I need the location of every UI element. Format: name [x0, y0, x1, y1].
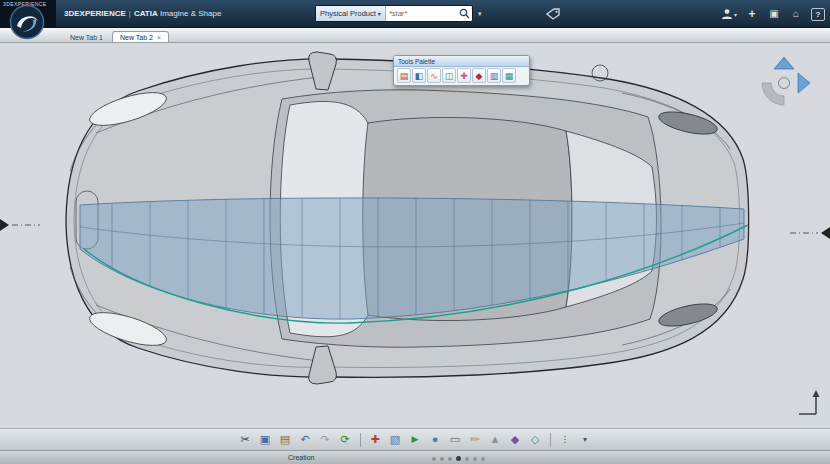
- app-name: CATIA: [134, 9, 158, 18]
- car-model-canvas: [0, 43, 830, 428]
- morph-button[interactable]: ◆: [507, 431, 524, 448]
- search-scope-dropdown[interactable]: Physical Product ▾: [316, 6, 386, 21]
- more-tools-button[interactable]: ⋮: [557, 431, 574, 448]
- brand-divider: |: [129, 9, 131, 18]
- app-title: 3DEXPERIENCE|CATIA Imagine & Shape: [64, 0, 221, 28]
- section-dot[interactable]: [481, 457, 485, 461]
- left-scroll-marker[interactable]: [0, 213, 42, 241]
- face-selection-button[interactable]: ▤: [397, 68, 411, 83]
- chevron-down-icon: ▾: [378, 10, 381, 17]
- erase-button[interactable]: ▥: [487, 68, 501, 83]
- axis-widget[interactable]: [796, 388, 822, 422]
- viewport-3d[interactable]: Tools Palette ▤ ◧ ∿ ◫ ✚ ◆ ▥ ▦: [0, 43, 830, 428]
- search-input[interactable]: *star*: [386, 6, 457, 21]
- tab-bar: New Tab 1 New Tab 2×: [0, 28, 830, 43]
- curve-edit-button[interactable]: ∿: [427, 68, 441, 83]
- search-options-caret[interactable]: ▾: [478, 10, 482, 18]
- direction-arrow-button[interactable]: ▶: [407, 431, 424, 448]
- edge-selection-button[interactable]: ◧: [412, 68, 426, 83]
- brand-name: 3DEXPERIENCE: [64, 9, 126, 18]
- section-label: Creation: [288, 454, 314, 461]
- user-icon: [721, 8, 733, 20]
- undo-button[interactable]: ↶: [297, 431, 314, 448]
- module-name: Imagine & Shape: [160, 9, 221, 18]
- section-dot-active[interactable]: [456, 456, 461, 461]
- tab-new-tab-2[interactable]: New Tab 2×: [112, 31, 169, 42]
- user-menu[interactable]: ▾: [721, 8, 737, 20]
- section-dot[interactable]: [465, 457, 469, 461]
- sphere-button[interactable]: ●: [427, 431, 444, 448]
- home-button[interactable]: ⌂: [789, 7, 803, 21]
- copy-button[interactable]: ▣: [257, 431, 274, 448]
- section-dot[interactable]: [473, 457, 477, 461]
- sketch-plane-button[interactable]: ▭: [447, 431, 464, 448]
- toolbar-separator: [360, 433, 361, 447]
- section-bar: Creation: [0, 450, 830, 464]
- weight-button[interactable]: ◆: [472, 68, 486, 83]
- cone-button[interactable]: ▲: [487, 431, 504, 448]
- sketch-button[interactable]: ✏: [467, 431, 484, 448]
- search-button[interactable]: [457, 6, 472, 21]
- help-button[interactable]: ?: [811, 8, 825, 21]
- right-scroll-marker[interactable]: [788, 221, 830, 249]
- search-scope-label: Physical Product: [320, 9, 376, 18]
- tab-new-tab-1[interactable]: New Tab 1: [62, 31, 111, 42]
- top-right-icons: ▾ + ▣ ⌂ ?: [721, 0, 825, 28]
- top-bar: 3DEXPERIENCE 3DEXPERIENCE|CATIA Imagine …: [0, 0, 830, 28]
- panels-button[interactable]: ▣: [767, 7, 781, 21]
- action-bar: ✂ ▣ ▤ ↶ ↷ ⟳ ✚ ▧ ▶ ● ▭ ✏ ▲ ◆ ◇ ⋮ ▾: [0, 428, 830, 450]
- tools-palette-titlebar[interactable]: Tools Palette: [394, 56, 529, 67]
- view-compass[interactable]: [756, 55, 812, 115]
- chevron-down-icon: ▾: [734, 11, 737, 18]
- cut-button[interactable]: ✂: [237, 431, 254, 448]
- redo-button[interactable]: ↷: [317, 431, 334, 448]
- insert-button[interactable]: ✚: [367, 431, 384, 448]
- expand-toolbar-button[interactable]: ▾: [577, 431, 594, 448]
- section-dot[interactable]: [432, 457, 436, 461]
- application-window: 3DEXPERIENCE 3DEXPERIENCE|CATIA Imagine …: [0, 0, 830, 464]
- section-dot[interactable]: [448, 457, 452, 461]
- snap-button[interactable]: ◇: [527, 431, 544, 448]
- section-dots: [432, 456, 485, 461]
- update-button[interactable]: ⟳: [337, 431, 354, 448]
- symmetry-button[interactable]: ◫: [442, 68, 456, 83]
- section-dot[interactable]: [440, 457, 444, 461]
- tools-palette-body: ▤ ◧ ∿ ◫ ✚ ◆ ▥ ▦: [394, 67, 529, 84]
- close-icon[interactable]: ×: [157, 34, 161, 41]
- subdivision-grid-button[interactable]: ▦: [502, 68, 516, 83]
- tools-palette: Tools Palette ▤ ◧ ∿ ◫ ✚ ◆ ▥ ▦: [393, 55, 530, 86]
- view-cube-button[interactable]: ▧: [387, 431, 404, 448]
- toolbar-separator: [550, 433, 551, 447]
- attraction-button[interactable]: ✚: [457, 68, 471, 83]
- compass-logo[interactable]: [9, 4, 45, 44]
- tag-icon[interactable]: [545, 7, 561, 25]
- global-search[interactable]: Physical Product ▾ *star*: [315, 5, 473, 22]
- paste-button[interactable]: ▤: [277, 431, 294, 448]
- search-icon: [459, 8, 470, 19]
- add-content-button[interactable]: +: [745, 7, 759, 21]
